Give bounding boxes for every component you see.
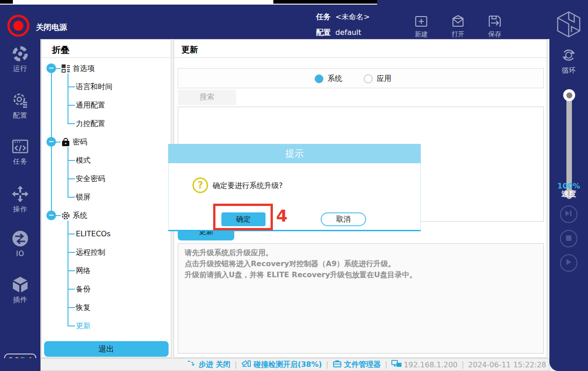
tree-item-safety-password[interactable]: 安全密码 (76, 174, 105, 184)
tree-item-backup[interactable]: 备份 (76, 285, 90, 294)
tree-item-language-time[interactable]: 语言和时间 (76, 82, 113, 92)
tree-branch-line (68, 221, 68, 326)
power-icon (13, 21, 23, 31)
sidebar-item-run[interactable]: 运行 (0, 46, 40, 73)
sidebar-item-label: 插件 (0, 296, 40, 304)
step-forward-button[interactable] (560, 205, 577, 223)
network-icon (391, 360, 401, 370)
dialog-title: 提示 (168, 144, 421, 163)
open-folder-icon (443, 14, 473, 29)
tree-stub (68, 197, 75, 198)
sidebar-item-task[interactable]: 任务 (0, 138, 40, 166)
network-status: 192.168.1.200 (391, 360, 458, 370)
confirm-button[interactable]: 确定 (221, 212, 266, 226)
radio-unselected-icon (364, 74, 373, 83)
tree-item-elitecos[interactable]: ELITECOs (76, 229, 111, 238)
left-sidebar: 运行 配置 任务 操作 (0, 39, 40, 371)
sidebar-item-label: 操作 (0, 205, 40, 214)
save-icon (480, 14, 509, 29)
sidebar-item-config[interactable]: 配置 (0, 91, 40, 120)
new-file-icon (407, 14, 436, 29)
tree-stub (68, 123, 75, 124)
file-manager-button[interactable]: 文件管理器 (333, 360, 381, 370)
file-manager-icon (333, 360, 342, 370)
sidebar-item-plugin[interactable]: 插件 (0, 276, 40, 304)
file-manager-text: 文件管理器 (344, 360, 381, 370)
save-button[interactable]: 保存 (480, 14, 509, 39)
tree-node-password[interactable]: 密码 (73, 137, 87, 147)
tree-item-remote-control[interactable]: 远程控制 (76, 248, 105, 257)
task-row: 任务<未命名> (316, 12, 370, 22)
tree-collapse-toggle[interactable]: − (46, 211, 56, 220)
divider (42, 57, 171, 58)
top-strip-black-center (273, 0, 377, 4)
config-value: default (335, 28, 361, 37)
tree-collapse-toggle[interactable]: − (46, 137, 56, 147)
step-mode-text: 步进 关闭 (198, 360, 231, 370)
slider-knob-dot (566, 92, 572, 98)
cancel-button[interactable]: 取消 (321, 212, 366, 226)
question-icon: ? (192, 177, 208, 193)
top-strip-navy-right (377, 0, 588, 5)
tree-item-mode[interactable]: 模式 (76, 156, 90, 166)
config-row: 配置default (316, 28, 361, 38)
cube-icon (0, 276, 40, 293)
datetime: 2024-06-11 15:22:28 (468, 360, 546, 369)
tree-item-restore[interactable]: 恢复 (76, 303, 90, 313)
io-arrows-icon (0, 230, 40, 247)
right-sidebar: 循环 100% 速度 (549, 39, 588, 371)
sidebar-item-label: 配置 (0, 111, 40, 120)
code-window-icon (0, 138, 40, 155)
separator: | (462, 360, 464, 369)
config-label: 配置 (316, 28, 331, 37)
loop-mode-button[interactable]: 循环 (549, 46, 588, 75)
tree-stub (68, 270, 75, 271)
tree-stub (68, 234, 75, 234)
new-button-label: 新建 (407, 30, 436, 39)
step-forward-icon (565, 210, 573, 219)
sidebar-item-label: 运行 (0, 64, 40, 73)
exit-button[interactable]: 退出 (44, 341, 169, 357)
tree-collapse-header[interactable]: 折叠 (52, 44, 69, 56)
top-strip-black-left (0, 0, 13, 4)
header-bar: 关闭电源 任务<未命名> 配置default 新建 打开 保存 (0, 5, 588, 39)
lock-icon (62, 137, 71, 147)
tree-item-lock-screen[interactable]: 锁屏 (76, 193, 90, 202)
update-type-radio-row: 系统 应用 (178, 68, 544, 88)
tree-branch-line (68, 147, 68, 198)
collision-detection-status[interactable]: 碰撞检测开启(38%) (241, 360, 322, 370)
divider (174, 57, 547, 58)
power-button[interactable] (7, 15, 29, 37)
tree-stub (68, 105, 75, 106)
step-arrow-icon (187, 360, 196, 370)
tree-node-system[interactable]: 系统 (73, 211, 87, 221)
tree-item-update[interactable]: 更新 (76, 321, 90, 331)
tree-item-force-config[interactable]: 力控配置 (76, 119, 105, 129)
sidebar-bottom-extension (0, 358, 40, 371)
new-button[interactable]: 新建 (407, 14, 436, 39)
separator: | (235, 360, 237, 369)
status-bar: 步进 关闭 | 碰撞检测开启(38%) | 文件管理器 | 192.168.1.… (40, 358, 549, 371)
speed-slider-knob[interactable] (563, 89, 575, 101)
save-button-label: 保存 (480, 30, 509, 39)
radio-system[interactable]: 系统 (315, 74, 342, 84)
tree-collapse-toggle[interactable]: − (46, 63, 56, 73)
open-button-label: 打开 (443, 30, 473, 39)
tree-item-general-config[interactable]: 通用配置 (76, 101, 105, 110)
tree-stub (68, 252, 75, 253)
tree-item-network[interactable]: 网络 (76, 266, 90, 276)
open-button[interactable]: 打开 (443, 14, 473, 39)
step-mode-status[interactable]: 步进 关闭 (187, 360, 231, 370)
sidebar-item-io[interactable]: IO (0, 230, 40, 258)
radio-system-label: 系统 (328, 74, 342, 84)
radio-application[interactable]: 应用 (364, 74, 391, 84)
stop-button[interactable] (560, 230, 577, 247)
tree-stub (68, 289, 75, 290)
play-icon (565, 258, 572, 268)
play-button[interactable] (560, 254, 577, 272)
preferences-icon (61, 64, 70, 73)
tree-node-preferences[interactable]: 首选项 (73, 64, 95, 74)
sidebar-item-operate[interactable]: 操作 (0, 185, 40, 214)
search-button[interactable]: 搜索 (178, 90, 236, 105)
stop-icon (565, 234, 572, 243)
